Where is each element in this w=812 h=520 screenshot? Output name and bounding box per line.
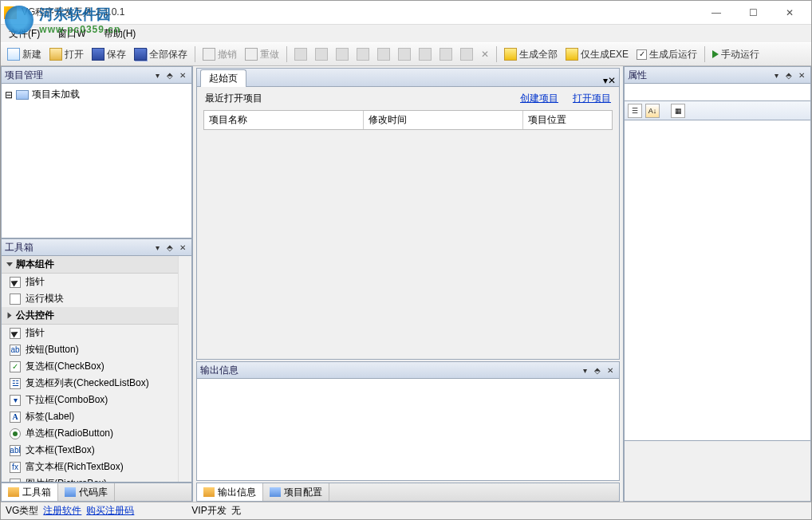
panel-dropdown-icon[interactable]: ▾ [579, 364, 590, 376]
col-modified-time[interactable]: 修改时间 [364, 111, 523, 129]
runafter-toggle[interactable]: 生成后运行 [633, 46, 700, 63]
tab-output[interactable]: 输出信息 [197, 483, 263, 501]
doc-close-icon[interactable]: ✕ [608, 75, 616, 86]
props-categorized-button[interactable]: ☰ [628, 104, 642, 118]
project-root-node[interactable]: ⊟ 项目未加载 [5, 87, 188, 102]
align-btn-5[interactable] [374, 46, 393, 62]
config-tab-icon [270, 487, 281, 497]
align-icon [377, 48, 390, 61]
status-buy-link[interactable]: 购买注册码 [86, 504, 134, 518]
saveall-button[interactable]: 全部保存 [131, 46, 191, 63]
manualrun-button[interactable]: 手动运行 [709, 46, 763, 63]
new-button[interactable]: 新建 [4, 46, 45, 63]
panel-pin-icon[interactable]: ⬘ [164, 242, 175, 253]
toolbox-item-button[interactable]: ab按钮(Button) [2, 341, 178, 358]
toolbox-item-radiobutton[interactable]: 单选框(RadioButton) [2, 425, 178, 442]
properties-panel-header[interactable]: 属性 ▾ ⬘ ✕ [624, 66, 811, 84]
open-button[interactable]: 打开 [46, 46, 87, 63]
tab-project-config[interactable]: 项目配置 [263, 483, 329, 501]
toolbox-item-pointer2[interactable]: 指针 [2, 325, 178, 341]
genall-button[interactable]: 生成全部 [501, 46, 561, 63]
minimize-button[interactable]: — [698, 2, 735, 24]
project-panel-header[interactable]: 项目管理 ▾ ⬘ ✕ [1, 66, 192, 84]
close-button[interactable]: ✕ [771, 2, 808, 24]
props-pages-button[interactable]: ▦ [671, 104, 685, 118]
toolbox-item-checkedlistbox[interactable]: ☳复选框列表(CheckedListBox) [2, 375, 178, 392]
col-project-path[interactable]: 项目位置 [523, 111, 612, 129]
align-icon [336, 48, 349, 61]
genexe-button[interactable]: 仅生成EXE [562, 46, 632, 63]
menu-help[interactable]: 帮助(H) [99, 26, 141, 42]
align-btn-6[interactable] [395, 46, 414, 62]
align-btn-9[interactable] [457, 46, 476, 62]
panel-close-icon[interactable]: ✕ [177, 242, 188, 253]
toolbox-item-runmodule[interactable]: 运行模块 [2, 290, 178, 307]
maximize-button[interactable]: ☐ [735, 2, 771, 24]
delete-button[interactable]: ✕ [478, 47, 492, 61]
toolbox-item-pointer[interactable]: 指针 [2, 274, 178, 290]
toolbox-item-combobox[interactable]: ▾下拉框(ComboBox) [2, 392, 178, 408]
startpage-area: 最近打开项目 创建项目 打开项目 项目名称 修改时间 项目位置 [196, 87, 620, 360]
properties-object-selector[interactable] [624, 84, 811, 101]
panel-pin-icon[interactable]: ⬘ [783, 69, 794, 81]
tree-expander-icon[interactable]: ⊟ [5, 89, 13, 100]
output-panel-header[interactable]: 输出信息 ▾ ⬘ ✕ [196, 361, 620, 379]
menu-window[interactable]: 窗口W [53, 26, 90, 42]
toolbox-body: 脚本组件 指针 运行模块 公共控件 指针 ab按钮(Button) 复选框(Ch… [1, 256, 192, 483]
create-project-link[interactable]: 创建项目 [520, 92, 558, 105]
project-icon [16, 90, 29, 100]
save-button[interactable]: 保存 [89, 46, 129, 63]
col-project-name[interactable]: 项目名称 [204, 111, 364, 129]
new-icon [7, 48, 20, 61]
panel-close-icon[interactable]: ✕ [796, 69, 807, 81]
toolbox-group-script[interactable]: 脚本组件 [2, 256, 178, 274]
align-btn-2[interactable] [312, 46, 331, 62]
open-icon [49, 48, 62, 61]
align-btn-1[interactable] [291, 46, 310, 62]
properties-panel-title: 属性 [628, 69, 769, 82]
properties-description [624, 441, 811, 502]
panel-pin-icon[interactable]: ⬘ [592, 364, 603, 376]
play-icon [712, 50, 719, 58]
tab-toolbox[interactable]: 工具箱 [2, 483, 58, 501]
panel-close-icon[interactable]: ✕ [605, 364, 616, 376]
button-icon: ab [10, 345, 21, 356]
toolbox-item-picturebox[interactable]: 图片框(PictureBox) [2, 475, 178, 483]
align-btn-8[interactable] [436, 46, 455, 62]
panel-close-icon[interactable]: ✕ [177, 69, 188, 81]
panel-pin-icon[interactable]: ⬘ [164, 69, 175, 81]
output-body[interactable] [196, 379, 620, 481]
props-alphabetical-button[interactable]: A↓ [645, 104, 660, 118]
left-bottom-tabs: 工具箱 代码库 [1, 483, 192, 502]
codelib-tab-icon [65, 487, 76, 497]
toolbox-item-checkbox[interactable]: 复选框(CheckBox) [2, 358, 178, 375]
panel-dropdown-icon[interactable]: ▾ [771, 69, 782, 81]
align-btn-3[interactable] [333, 46, 352, 62]
toolbox-panel-header[interactable]: 工具箱 ▾ ⬘ ✕ [1, 238, 192, 256]
project-root-label: 项目未加载 [32, 88, 80, 101]
status-register-link[interactable]: 注册软件 [43, 504, 81, 518]
align-icon [357, 48, 369, 61]
project-panel-title: 项目管理 [5, 69, 150, 82]
toolbox-item-label[interactable]: A标签(Label) [2, 408, 178, 425]
delete-icon: ✕ [481, 49, 489, 60]
toolbox-scrollbar[interactable] [178, 256, 191, 482]
project-tree[interactable]: ⊟ 项目未加载 [1, 84, 192, 238]
tab-startpage[interactable]: 起始页 [200, 69, 246, 87]
redo-button[interactable]: 重做 [242, 46, 282, 63]
properties-grid[interactable] [624, 120, 811, 441]
panel-dropdown-icon[interactable]: ▾ [152, 242, 163, 253]
toolbox-item-textbox[interactable]: abl文本框(TextBox) [2, 442, 178, 459]
align-btn-7[interactable] [416, 46, 435, 62]
toolbox-item-richtextbox[interactable]: fx富文本框(RichTextBox) [2, 459, 178, 475]
align-btn-4[interactable] [353, 46, 372, 62]
menu-file[interactable]: 文件(F) [4, 26, 45, 42]
status-vip-label: VIP开发 [191, 504, 226, 518]
panel-dropdown-icon[interactable]: ▾ [152, 69, 163, 81]
undo-button[interactable]: 撤销 [199, 46, 240, 63]
tab-codelib[interactable]: 代码库 [58, 483, 115, 501]
toolbox-group-common[interactable]: 公共控件 [2, 307, 178, 325]
output-tab-icon [203, 487, 215, 497]
undo-icon [203, 48, 215, 61]
open-project-link[interactable]: 打开项目 [573, 92, 611, 105]
